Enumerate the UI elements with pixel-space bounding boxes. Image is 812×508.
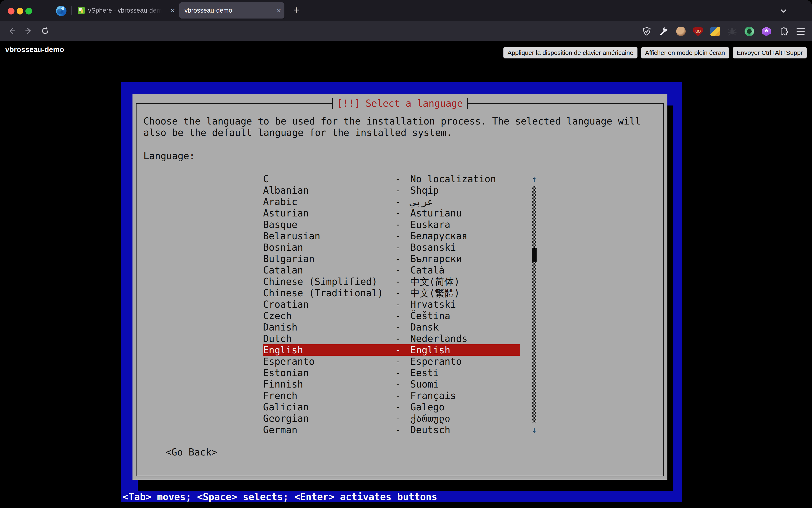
language-row[interactable]: Croatian-Hrvatski (263, 299, 520, 310)
language-row[interactable]: Dutch-Nederlands (263, 333, 520, 344)
fullscreen-button[interactable]: Afficher en mode plein écran (641, 47, 729, 58)
page-content: vbrosseau-demo Appliquer la disposition … (0, 41, 812, 508)
list-scrollbar[interactable]: ↑ ↓ (531, 173, 537, 435)
tab-bar: vSphere - vbrosseau-demo - Ré × vbrossea… (0, 0, 812, 21)
language-row[interactable]: Bosnian-Bosanski (263, 242, 520, 253)
language-row[interactable]: Czech-Čeština (263, 310, 520, 322)
language-row[interactable]: Chinese (Simplified)-中文(简体) (263, 276, 520, 287)
back-icon[interactable] (7, 26, 17, 36)
language-row[interactable]: French-Français (263, 390, 520, 401)
language-row[interactable]: Catalan-Català (263, 264, 520, 276)
language-row[interactable]: Belarusian-Беларуская (263, 230, 520, 242)
scroll-up-arrow[interactable]: ↑ (531, 173, 537, 184)
language-row[interactable]: German-Deutsch (263, 424, 520, 435)
go-back-button[interactable]: <Go Back> (166, 447, 217, 458)
scrollbar-track[interactable] (532, 186, 536, 422)
close-tab-icon[interactable]: × (171, 7, 175, 14)
language-row[interactable]: Albanian-Shqip (263, 184, 520, 196)
send-ctrl-alt-del-button[interactable]: Envoyer Ctrl+Alt+Suppr (733, 47, 807, 58)
language-row[interactable]: Bulgarian-Български (263, 253, 520, 264)
language-row[interactable]: Arabic-عربي (263, 196, 520, 207)
bug-extension-icon[interactable] (727, 27, 737, 36)
installer-dialog: [!!] Select a language Choose the langua… (133, 94, 667, 480)
window-zoom-button[interactable] (26, 8, 32, 14)
dialog-title: [!!] Select a language (332, 97, 468, 110)
menu-icon[interactable] (796, 27, 805, 36)
toolbar-extensions: uO * (642, 26, 805, 37)
navigation-toolbar: https://192.168.10.6/ui/webconsole.html?… (0, 21, 812, 41)
console-buttons: Appliquer la disposition de clavier amér… (503, 47, 807, 58)
installer-help-line: <Tab> moves; <Space> selects; <Enter> ac… (123, 491, 437, 502)
list-all-tabs-chevron-icon[interactable] (778, 7, 789, 15)
scroll-down-arrow[interactable]: ↓ (531, 424, 537, 435)
instruction-text: Choose the language to be used for the i… (143, 116, 659, 138)
purple-hexagon-extension-icon[interactable]: * (762, 27, 771, 36)
firefox-icon (56, 6, 66, 16)
language-row[interactable]: Esperanto-Esperanto (263, 356, 520, 367)
apply-us-keyboard-layout-button[interactable]: Appliquer la disposition de clavier amér… (503, 47, 637, 58)
language-row[interactable]: Asturian-Asturianu (263, 207, 520, 219)
language-row-selected[interactable]: English-English (263, 344, 520, 356)
vm-console-screen[interactable]: [!!] Select a language Choose the langua… (121, 82, 682, 502)
language-label: Language: (143, 150, 195, 162)
tab-title: vSphere - vbrosseau-demo - Ré (88, 7, 162, 14)
tab-vsphere[interactable]: vSphere - vbrosseau-demo - Ré × (75, 2, 178, 18)
tab-vbrosseau-demo[interactable]: vbrosseau-demo × (179, 2, 284, 18)
language-row[interactable]: C-No localization (263, 173, 520, 184)
shield-check-extension-icon[interactable] (642, 27, 652, 36)
scrollbar-thumb[interactable] (532, 248, 537, 262)
avatar-extension-icon[interactable] (676, 27, 686, 36)
wrench-extension-icon[interactable] (659, 27, 669, 36)
forward-icon[interactable] (23, 26, 34, 36)
flame-extension-icon[interactable] (710, 27, 720, 36)
language-row[interactable]: Basque-Euskara (263, 219, 520, 230)
close-tab-icon[interactable]: × (277, 7, 281, 14)
reload-icon[interactable] (40, 26, 50, 36)
language-row[interactable]: Finnish-Suomi (263, 379, 520, 390)
language-row[interactable]: Estonian-Eesti (263, 367, 520, 379)
ublock-origin-icon[interactable]: uO (693, 27, 703, 36)
language-row[interactable]: Georgian-ქართული (263, 413, 520, 424)
vsphere-favicon (78, 7, 85, 14)
extensions-puzzle-icon[interactable] (779, 27, 788, 36)
tab-title: vbrosseau-demo (185, 7, 232, 14)
window-minimize-button[interactable] (17, 8, 23, 14)
language-list: C-No localization Albanian-Shqip Arabic-… (263, 173, 538, 435)
green-circle-extension-icon[interactable] (745, 27, 754, 36)
language-row[interactable]: Danish-Dansk (263, 322, 520, 333)
window-close-button[interactable] (8, 8, 14, 14)
new-tab-button[interactable]: + (290, 4, 302, 16)
browser-window: vSphere - vbrosseau-demo - Ré × vbrossea… (0, 0, 812, 508)
language-row[interactable]: Galician-Galego (263, 401, 520, 413)
language-row[interactable]: Chinese (Traditional)-中文(繁體) (263, 287, 520, 299)
tab-divider (71, 6, 72, 15)
page-title: vbrosseau-demo (5, 45, 64, 54)
